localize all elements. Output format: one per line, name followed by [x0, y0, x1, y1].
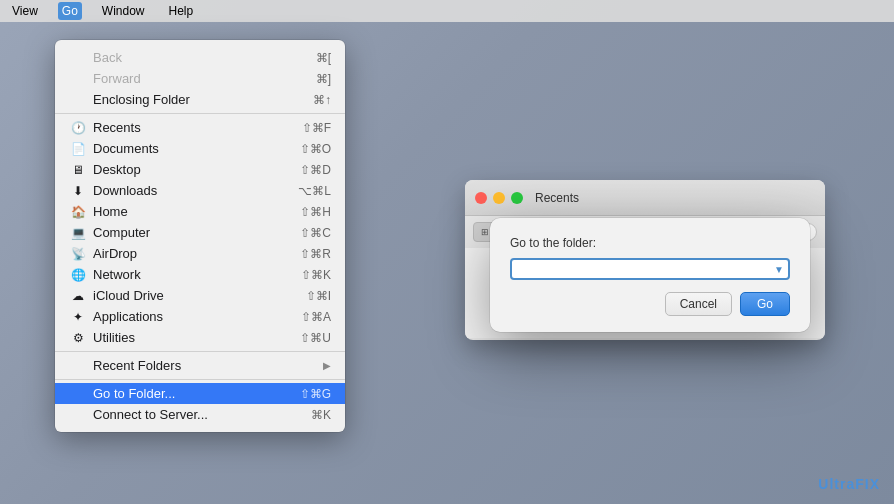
network-shortcut: ⇧⌘K [301, 268, 331, 282]
menu-section-recent-folders: Recent Folders ▶ [55, 352, 345, 380]
go-button[interactable]: Go [740, 292, 790, 316]
desktop-label: Desktop [93, 162, 292, 177]
menu-item-utilities[interactable]: ⚙ Utilities ⇧⌘U [55, 327, 345, 348]
goto-folder-shortcut: ⇧⌘G [300, 387, 331, 401]
icloud-shortcut: ⇧⌘I [306, 289, 331, 303]
menu-item-downloads[interactable]: ⬇ Downloads ⌥⌘L [55, 180, 345, 201]
icloud-label: iCloud Drive [93, 288, 298, 303]
menu-item-enclosing-folder[interactable]: Enclosing Folder ⌘↑ [55, 89, 345, 110]
watermark-highlight: ltra [829, 476, 855, 492]
downloads-shortcut: ⌥⌘L [298, 184, 331, 198]
menu-item-documents[interactable]: 📄 Documents ⇧⌘O [55, 138, 345, 159]
applications-icon: ✦ [69, 310, 87, 324]
goto-folder-label: Go to Folder... [93, 386, 292, 401]
maximize-button[interactable] [511, 192, 523, 204]
watermark-prefix: U [818, 476, 829, 492]
finder-titlebar: Recents [465, 180, 825, 216]
menu-view[interactable]: View [8, 2, 42, 20]
go-to-folder-dialog: Go to the folder: ▼ Cancel Go [490, 218, 810, 332]
menu-item-applications[interactable]: ✦ Applications ⇧⌘A [55, 306, 345, 327]
menu-item-recents[interactable]: 🕐 Recents ⇧⌘F [55, 117, 345, 138]
desktop-shortcut: ⇧⌘D [300, 163, 331, 177]
cancel-button[interactable]: Cancel [665, 292, 732, 316]
downloads-label: Downloads [93, 183, 290, 198]
utilities-icon: ⚙ [69, 331, 87, 345]
home-label: Home [93, 204, 292, 219]
dialog-title: Go to the folder: [510, 236, 790, 250]
enclosing-label: Enclosing Folder [93, 92, 305, 107]
menu-item-back[interactable]: Back ⌘[ [55, 47, 345, 68]
utilities-shortcut: ⇧⌘U [300, 331, 331, 345]
icloud-icon: ☁ [69, 289, 87, 303]
menu-item-airdrop[interactable]: 📡 AirDrop ⇧⌘R [55, 243, 345, 264]
finder-title: Recents [535, 191, 579, 205]
menu-item-connect-server[interactable]: Connect to Server... ⌘K [55, 404, 345, 425]
go-menu-dropdown: Back ⌘[ Forward ⌘] Enclosing Folder ⌘↑ 🕐… [55, 40, 345, 432]
documents-icon: 📄 [69, 142, 87, 156]
menu-section-goto: Go to Folder... ⇧⌘G Connect to Server...… [55, 380, 345, 428]
home-icon: 🏠 [69, 205, 87, 219]
desktop-icon: 🖥 [69, 163, 87, 177]
documents-label: Documents [93, 141, 292, 156]
menu-item-go-to-folder[interactable]: Go to Folder... ⇧⌘G [55, 383, 345, 404]
menu-go[interactable]: Go [58, 2, 82, 20]
menu-item-computer[interactable]: 💻 Computer ⇧⌘C [55, 222, 345, 243]
back-shortcut: ⌘[ [316, 51, 331, 65]
menu-section-navigation: Back ⌘[ Forward ⌘] Enclosing Folder ⌘↑ [55, 44, 345, 114]
menu-item-forward[interactable]: Forward ⌘] [55, 68, 345, 89]
computer-label: Computer [93, 225, 292, 240]
computer-shortcut: ⇧⌘C [300, 226, 331, 240]
menu-item-network[interactable]: 🌐 Network ⇧⌘K [55, 264, 345, 285]
recent-folders-arrow: ▶ [323, 360, 331, 371]
watermark-suffix: FIX [855, 476, 880, 492]
recent-folders-label: Recent Folders [93, 358, 323, 373]
menu-item-desktop[interactable]: 🖥 Desktop ⇧⌘D [55, 159, 345, 180]
recents-label: Recents [93, 120, 294, 135]
applications-shortcut: ⇧⌘A [301, 310, 331, 324]
connect-server-shortcut: ⌘K [311, 408, 331, 422]
menu-section-locations: 🕐 Recents ⇧⌘F 📄 Documents ⇧⌘O 🖥 Desktop … [55, 114, 345, 352]
airdrop-label: AirDrop [93, 246, 292, 261]
input-chevron-icon: ▼ [774, 264, 784, 275]
computer-icon: 💻 [69, 226, 87, 240]
menu-item-icloud-drive[interactable]: ☁ iCloud Drive ⇧⌘I [55, 285, 345, 306]
network-label: Network [93, 267, 293, 282]
dialog-input-wrapper: ▼ [510, 258, 790, 280]
minimize-button[interactable] [493, 192, 505, 204]
documents-shortcut: ⇧⌘O [300, 142, 331, 156]
utilities-label: Utilities [93, 330, 292, 345]
applications-label: Applications [93, 309, 293, 324]
enclosing-shortcut: ⌘↑ [313, 93, 331, 107]
watermark: UltraFIX [818, 476, 880, 492]
connect-server-label: Connect to Server... [93, 407, 303, 422]
folder-path-input[interactable] [512, 261, 784, 279]
menu-item-home[interactable]: 🏠 Home ⇧⌘H [55, 201, 345, 222]
dialog-buttons: Cancel Go [510, 292, 790, 316]
menu-help[interactable]: Help [165, 2, 198, 20]
airdrop-shortcut: ⇧⌘R [300, 247, 331, 261]
menu-bar: View Go Window Help [0, 0, 894, 22]
forward-shortcut: ⌘] [316, 72, 331, 86]
downloads-icon: ⬇ [69, 184, 87, 198]
back-label: Back [93, 50, 308, 65]
airdrop-icon: 📡 [69, 247, 87, 261]
recents-shortcut: ⇧⌘F [302, 121, 331, 135]
forward-label: Forward [93, 71, 308, 86]
recents-icon: 🕐 [69, 121, 87, 135]
home-shortcut: ⇧⌘H [300, 205, 331, 219]
menu-item-recent-folders[interactable]: Recent Folders ▶ [55, 355, 345, 376]
folder-input-container: ▼ [510, 258, 790, 280]
close-button[interactable] [475, 192, 487, 204]
network-icon: 🌐 [69, 268, 87, 282]
menu-window[interactable]: Window [98, 2, 149, 20]
